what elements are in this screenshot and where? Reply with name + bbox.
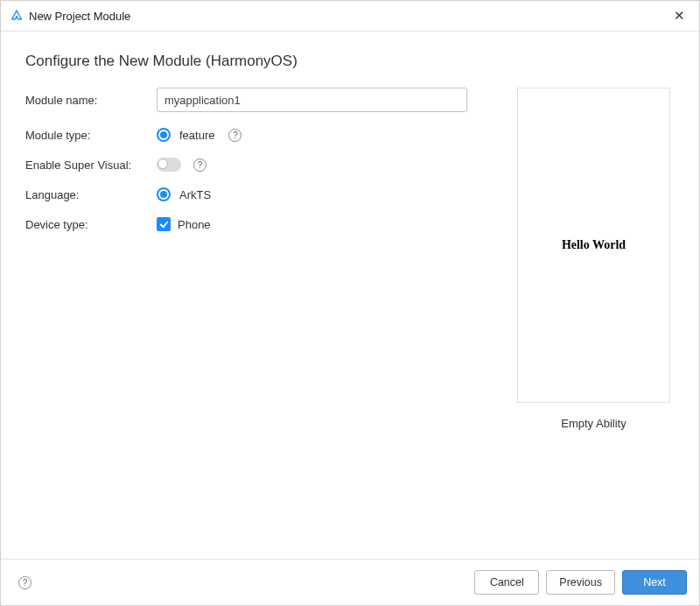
language-radio-group: ArkTS [157, 187, 211, 201]
label-module-type: Module type: [25, 129, 157, 142]
footer-help-icon[interactable]: ? [18, 576, 32, 589]
language-radio-arkts[interactable] [157, 187, 171, 201]
row-enable-super-visual: Enable Super Visual: ? [25, 158, 492, 172]
language-option-label: ArkTS [179, 188, 211, 201]
device-type-phone-checkbox[interactable] [157, 217, 171, 231]
module-type-radio-feature[interactable] [157, 128, 171, 142]
preview-panel: Hello World [517, 88, 670, 403]
previous-button[interactable]: Previous [546, 570, 615, 595]
label-module-name: Module name: [25, 94, 157, 107]
app-icon [10, 9, 24, 23]
help-icon[interactable]: ? [193, 159, 206, 172]
module-name-input[interactable] [157, 88, 467, 112]
row-language: Language: ArkTS [25, 187, 492, 201]
label-language: Language: [25, 188, 157, 201]
form-column: Module name: Module type: feature ? Enab… [25, 88, 492, 430]
dialog-window: New Project Module ✕ Configure the New M… [0, 0, 700, 606]
label-enable-super-visual: Enable Super Visual: [25, 159, 157, 172]
cancel-button[interactable]: Cancel [474, 570, 539, 595]
footer-left: ? [13, 576, 32, 589]
body-row: Module name: Module type: feature ? Enab… [25, 88, 675, 430]
row-module-name: Module name: [25, 88, 492, 112]
super-visual-toggle[interactable] [157, 158, 181, 172]
row-device-type: Device type: Phone [25, 217, 492, 231]
next-button[interactable]: Next [622, 570, 687, 595]
footer: ? Cancel Previous Next [1, 559, 699, 605]
close-button[interactable]: ✕ [668, 6, 690, 25]
preview-caption: Empty Ability [561, 417, 626, 430]
device-type-checkbox-wrap: Phone [157, 217, 211, 231]
device-type-option-label: Phone [178, 218, 211, 231]
label-device-type: Device type: [25, 218, 157, 231]
preview-text: Hello World [562, 238, 626, 252]
content-area: Configure the New Module (HarmonyOS) Mod… [1, 32, 699, 559]
page-heading: Configure the New Module (HarmonyOS) [25, 53, 675, 70]
preview-column: Hello World Empty Ability [513, 88, 675, 430]
window-title: New Project Module [29, 10, 130, 23]
super-visual-toggle-wrap: ? [157, 158, 206, 172]
titlebar: New Project Module ✕ [1, 1, 699, 32]
titlebar-left: New Project Module [10, 9, 130, 23]
footer-buttons: Cancel Previous Next [474, 570, 687, 595]
help-icon[interactable]: ? [228, 129, 242, 142]
row-module-type: Module type: feature ? [25, 128, 492, 142]
module-type-option-label: feature [179, 129, 214, 142]
module-type-radio-group: feature ? [157, 128, 242, 142]
checkmark-icon [159, 220, 169, 229]
